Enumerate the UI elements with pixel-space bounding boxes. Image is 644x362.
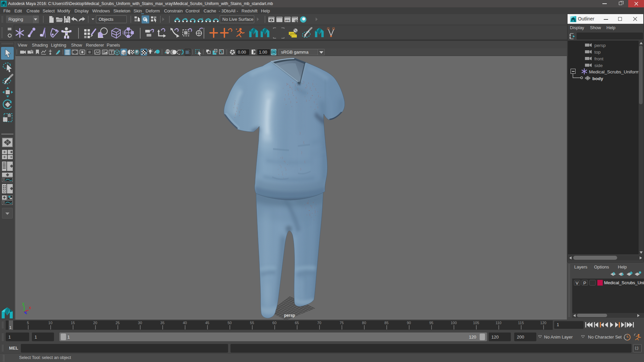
svg-text:45: 45 bbox=[205, 321, 209, 325]
svg-text:1.00: 1.00 bbox=[259, 50, 267, 55]
svg-text:105: 105 bbox=[473, 321, 479, 325]
svg-text:55: 55 bbox=[250, 321, 254, 325]
svg-text:25: 25 bbox=[115, 321, 119, 325]
svg-text:40: 40 bbox=[183, 321, 187, 325]
svg-text:0.00: 0.00 bbox=[238, 50, 246, 55]
svg-text:y: y bbox=[22, 301, 24, 306]
svg-text:z: z bbox=[25, 310, 27, 315]
svg-text:85: 85 bbox=[384, 321, 388, 325]
svg-text:x: x bbox=[29, 305, 31, 310]
svg-text:IPR: IPR bbox=[285, 19, 290, 22]
svg-text:120: 120 bbox=[540, 321, 546, 325]
svg-text:15: 15 bbox=[71, 321, 75, 325]
svg-text:65: 65 bbox=[295, 321, 299, 325]
svg-text:60: 60 bbox=[272, 321, 276, 325]
svg-text:100: 100 bbox=[450, 321, 457, 325]
svg-text:110: 110 bbox=[495, 321, 501, 325]
svg-text:persp: persp bbox=[284, 313, 295, 318]
svg-text:50: 50 bbox=[227, 321, 231, 325]
svg-text:ON: ON bbox=[272, 51, 275, 53]
svg-text:80: 80 bbox=[362, 321, 366, 325]
svg-text:30: 30 bbox=[138, 321, 142, 325]
svg-text:20: 20 bbox=[93, 321, 97, 325]
svg-text:95: 95 bbox=[429, 321, 433, 325]
svg-text:1: 1 bbox=[9, 325, 11, 329]
svg-text:115: 115 bbox=[518, 321, 524, 325]
svg-text:5: 5 bbox=[27, 321, 29, 325]
svg-text:90: 90 bbox=[407, 321, 411, 325]
svg-text:35: 35 bbox=[160, 321, 164, 325]
svg-text:70: 70 bbox=[317, 321, 321, 325]
svg-text:75: 75 bbox=[339, 321, 343, 325]
svg-text:10: 10 bbox=[48, 321, 52, 325]
